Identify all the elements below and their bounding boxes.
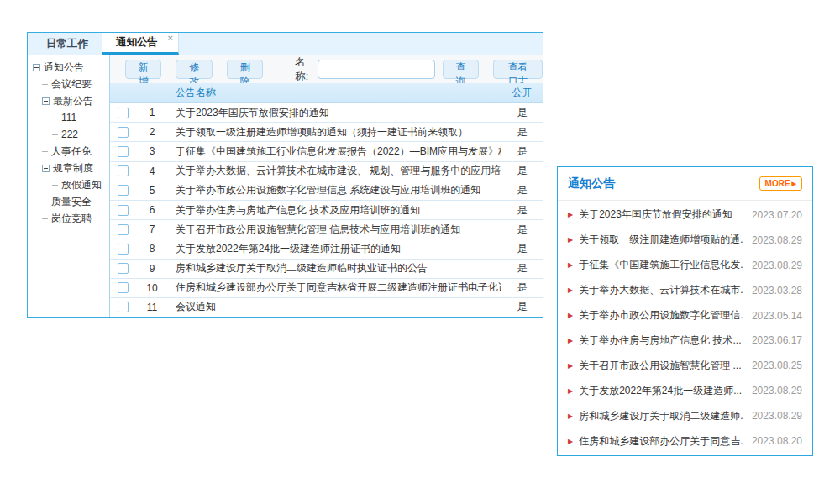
tree-node[interactable]: 会议纪要 (28, 76, 109, 92)
notice-list-item[interactable]: ▶ 关于发放2022年第24批一级建造师... 2023.08.29 (558, 378, 812, 403)
notice-list-item[interactable]: ▶ 关于举办大数据、云计算技术在城市... 2023.03.28 (558, 278, 812, 303)
announcement-name[interactable]: 房和城乡建设厅关于取消二级建造师临时执业证书的公告 (169, 261, 501, 276)
row-checkbox[interactable] (118, 146, 129, 157)
add-button[interactable]: 新增 (125, 60, 161, 79)
notice-item-date: 2023.06.17 (752, 334, 802, 346)
table-row[interactable]: 11 会议通知 是 (110, 298, 543, 317)
notice-list-item[interactable]: ▶ 关于召开市政公用设施智慧化管理 ... 2023.08.25 (558, 353, 812, 378)
tree-node[interactable]: 111 (28, 109, 109, 126)
table-row[interactable]: 5 关于举办市政公用设施数字化管理信息 系统建设与应用培训班的通知 是 (110, 181, 543, 201)
tab-close-icon[interactable]: × (168, 34, 173, 43)
announcement-name[interactable]: 关于领取一级注册建造师增项贴的通知（须持一建证书前来领取） (169, 125, 501, 139)
table-row[interactable]: 2 关于领取一级注册建造师增项贴的通知（须持一建证书前来领取） 是 (110, 123, 543, 142)
tree-node[interactable]: 人事任免 (28, 143, 109, 160)
main-area: 新增 修改 删除 名称: 查询 查看日志 公告名称 公开 (110, 55, 543, 317)
tree-collapse-icon[interactable] (42, 165, 50, 172)
tree-collapse-icon[interactable] (33, 64, 40, 71)
public-header-cell: 公开 (501, 83, 543, 102)
table-row[interactable]: 7 关于召开市政公用设施智慧化管理 信息技术与应用培训班的通知 是 (110, 220, 543, 239)
notice-list-item[interactable]: ▶ 房和城乡建设厅关于取消二级建造师... 2023.08.29 (558, 403, 812, 428)
announcement-name[interactable]: 会议通知 (169, 300, 501, 314)
tree-node[interactable]: 最新公告 (28, 92, 109, 109)
notice-item-title: 关于2023年国庆节放假安排的通知 (579, 207, 743, 222)
row-checkbox[interactable] (118, 263, 129, 274)
table-row[interactable]: 4 关于举办大数据、云计算技术在城市建设、 规划、管理与服务中的应用培训班的..… (110, 162, 543, 181)
tree-node-label: 111 (61, 112, 76, 123)
announcement-name[interactable]: 关于召开市政公用设施智慧化管理 信息技术与应用培训班的通知 (169, 223, 501, 237)
table-body: 1 关于2023年国庆节放假安排的通知 是 2 关于领取一级注册建造师增项贴的通… (110, 103, 543, 317)
name-input[interactable] (318, 60, 435, 79)
notice-item-date: 2023.08.29 (752, 410, 802, 422)
public-flag: 是 (501, 142, 543, 160)
row-index: 9 (135, 263, 169, 275)
tab[interactable]: 通知公告 × (102, 33, 179, 55)
announcement-name[interactable]: 关于举办大数据、云计算技术在城市建设、 规划、管理与服务中的应用培训班的... (169, 164, 501, 178)
bullet-triangle-icon: ▶ (568, 387, 573, 395)
notice-title: 通知公告 (568, 176, 615, 192)
public-flag: 是 (501, 181, 543, 200)
notice-list-item[interactable]: ▶ 关于2023年国庆节放假安排的通知 2023.07.20 (558, 202, 812, 228)
announcement-name[interactable]: 关于2023年国庆节放假安排的通知 (169, 106, 501, 120)
notice-list-item[interactable]: ▶ 住房和城乡建设部办公厅关于同意吉... 2023.08.20 (558, 428, 812, 454)
tree-node-label: 规章制度 (53, 161, 93, 176)
announcement-name[interactable]: 关于举办市政公用设施数字化管理信息 系统建设与应用培训班的通知 (169, 183, 501, 197)
table-row[interactable]: 1 关于2023年国庆节放假安排的通知 是 (110, 103, 543, 123)
notice-item-title: 关于举办住房与房地产信息化 技术... (579, 333, 743, 348)
more-button[interactable]: MORE ▶ (759, 176, 802, 191)
public-flag: 是 (501, 298, 543, 317)
public-flag: 是 (501, 201, 543, 219)
delete-button[interactable]: 删除 (227, 60, 263, 79)
row-checkbox[interactable] (118, 185, 129, 196)
notice-list-item[interactable]: ▶ 关于举办住房与房地产信息化 技术... 2023.06.17 (558, 328, 812, 354)
notice-item-date: 2023.05.14 (752, 310, 802, 322)
more-label: MORE (765, 179, 790, 188)
row-index: 1 (135, 107, 169, 118)
tree-node[interactable]: 222 (28, 126, 109, 143)
public-flag: 是 (501, 260, 543, 278)
row-checkbox-cell (110, 224, 135, 235)
notice-item-title: 关于举办大数据、云计算技术在城市... (579, 283, 743, 297)
tree-node-label: 会议纪要 (51, 77, 92, 92)
notice-list-item[interactable]: ▶ 关于领取一级注册建造师增项贴的通... 2023.08.29 (558, 228, 812, 253)
row-checkbox[interactable] (118, 108, 129, 118)
row-checkbox-cell (110, 302, 135, 312)
row-checkbox[interactable] (118, 244, 129, 255)
row-checkbox-cell (110, 263, 135, 274)
tree-node[interactable]: 岗位竞聘 (28, 210, 109, 227)
announcement-name[interactable]: 关于发放2022年第24批一级建造师注册证书的通知 (169, 242, 501, 256)
announcement-name[interactable]: 于征集《中国建筑施工行业信息化发展报告（2022）—BIM应用与发展》材料的函 (169, 144, 501, 159)
announcement-name[interactable]: 住房和城乡建设部办公厅关于同意吉林省开展二级建造师注册证书电子化试点的... (169, 281, 501, 295)
row-checkbox[interactable] (118, 127, 129, 138)
tree-collapse-icon[interactable] (42, 97, 50, 105)
row-checkbox[interactable] (118, 302, 129, 312)
edit-button[interactable]: 修改 (176, 60, 212, 79)
table-row[interactable]: 10 住房和城乡建设部办公厅关于同意吉林省开展二级建造师注册证书电子化试点的..… (110, 279, 543, 298)
row-checkbox[interactable] (118, 282, 129, 293)
tree-node[interactable]: 质量安全 (28, 193, 109, 210)
tree-node-label: 放假通知 (61, 178, 102, 192)
tree-branch-line (52, 134, 58, 135)
tab[interactable]: 日常工作 (33, 33, 102, 55)
table-row[interactable]: 9 房和城乡建设厅关于取消二级建造师临时执业证书的公告 是 (110, 260, 543, 279)
bullet-triangle-icon: ▶ (568, 236, 573, 244)
notice-item-date: 2023.08.29 (752, 260, 802, 271)
tab-label: 日常工作 (46, 37, 88, 51)
tree-node[interactable]: 放假通知 (28, 176, 109, 193)
tree-node[interactable]: 规章制度 (28, 160, 109, 176)
name-header-cell: 公告名称 (169, 86, 501, 100)
search-button[interactable]: 查询 (443, 60, 479, 79)
row-checkbox[interactable] (118, 165, 129, 176)
table-row[interactable]: 3 于征集《中国建筑施工行业信息化发展报告（2022）—BIM应用与发展》材料的… (110, 142, 543, 161)
public-flag: 是 (501, 103, 543, 122)
announcement-name[interactable]: 关于举办住房与房地产信息化 技术及应用培训班的通知 (169, 203, 501, 218)
tree-node[interactable]: 通知公告 (28, 59, 109, 76)
row-checkbox[interactable] (118, 224, 129, 235)
notice-list-item[interactable]: ▶ 关于举办市政公用设施数字化管理信... 2023.05.14 (558, 303, 812, 328)
row-index: 2 (135, 126, 169, 138)
view-log-button[interactable]: 查看日志 (493, 60, 543, 79)
row-checkbox[interactable] (118, 205, 129, 216)
table-row[interactable]: 8 关于发放2022年第24批一级建造师注册证书的通知 是 (110, 239, 543, 259)
notice-list-item[interactable]: ▶ 于征集《中国建筑施工行业信息化发... 2023.08.29 (558, 253, 812, 278)
table-row[interactable]: 6 关于举办住房与房地产信息化 技术及应用培训班的通知 是 (110, 201, 543, 220)
notice-item-date: 2023.07.20 (752, 209, 802, 221)
